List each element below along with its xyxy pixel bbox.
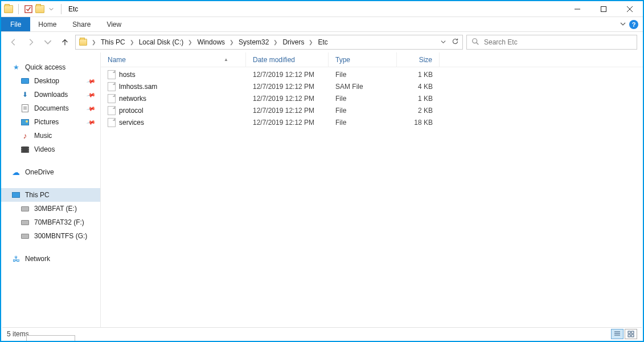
- sort-indicator-icon: ▲: [224, 57, 228, 62]
- file-row[interactable]: protocol12/7/2019 12:12 PMFile2 KB: [101, 104, 643, 116]
- sidebar-item-videos[interactable]: Videos: [1, 142, 100, 156]
- chevron-right-icon[interactable]: ❯: [89, 39, 99, 45]
- pictures-icon: [20, 117, 30, 127]
- sidebar-drive[interactable]: 300MBNTFS (G:): [1, 229, 100, 243]
- properties-icon[interactable]: [23, 4, 34, 14]
- sidebar-label: Quick access: [25, 63, 65, 71]
- file-name: networks: [119, 95, 146, 103]
- file-row[interactable]: services12/7/2019 12:12 PMFile18 KB: [101, 116, 643, 128]
- sidebar-item-music[interactable]: ♪ Music: [1, 129, 100, 142]
- back-button[interactable]: [7, 35, 20, 49]
- recent-dropdown-icon[interactable]: [41, 35, 55, 49]
- titlebar: Etc: [1, 1, 643, 17]
- sidebar-item-documents[interactable]: Documents 📌: [1, 101, 100, 115]
- folder-icon: [3, 4, 14, 14]
- file-row[interactable]: networks12/7/2019 12:12 PMFile1 KB: [101, 92, 643, 104]
- drive-icon: [20, 231, 30, 241]
- breadcrumb-item[interactable]: Etc: [318, 38, 327, 46]
- file-size: 1 KB: [397, 95, 440, 103]
- qat-dropdown-icon[interactable]: [46, 4, 56, 14]
- column-date[interactable]: Date modified: [246, 52, 329, 67]
- network-icon: 🖧: [11, 254, 20, 263]
- minimize-button[interactable]: [564, 1, 590, 17]
- up-button[interactable]: [58, 35, 72, 49]
- sidebar-item-downloads[interactable]: ⬇ Downloads 📌: [1, 88, 100, 101]
- breadcrumb-item[interactable]: This PC: [101, 38, 125, 46]
- drive-icon: [20, 218, 30, 227]
- file-date: 12/7/2019 12:12 PM: [246, 83, 329, 91]
- sidebar-item-pictures[interactable]: Pictures 📌: [1, 115, 100, 129]
- cloud-icon: ☁: [11, 168, 20, 177]
- forward-button[interactable]: [24, 35, 38, 49]
- file-tab[interactable]: File: [1, 17, 30, 31]
- maximize-button[interactable]: [590, 1, 617, 17]
- file-date: 12/7/2019 12:12 PM: [246, 107, 329, 115]
- ribbon-expand-icon[interactable]: [620, 21, 626, 28]
- address-bar[interactable]: ❯ This PC ❯ Local Disk (C:) ❯ Windows ❯ …: [75, 35, 463, 50]
- breadcrumb-item[interactable]: Local Disk (C:): [139, 38, 184, 46]
- sidebar-label: Videos: [34, 145, 55, 153]
- breadcrumb-item[interactable]: Windows: [197, 38, 225, 46]
- sidebar-drive[interactable]: 70MBFAT32 (F:): [1, 215, 100, 229]
- window-buttons: [564, 1, 643, 17]
- address-dropdown-icon[interactable]: [441, 38, 446, 46]
- refresh-icon[interactable]: [452, 38, 459, 47]
- chevron-right-icon[interactable]: ❯: [271, 39, 280, 45]
- column-type[interactable]: Type: [329, 52, 397, 67]
- videos-icon: [20, 145, 30, 154]
- sidebar-drive[interactable]: 30MBFAT (E:): [1, 202, 100, 215]
- file-list: Name▲ Date modified Type Size hosts12/7/…: [101, 52, 643, 328]
- tooltip-fragment: [26, 335, 75, 341]
- file-date: 12/7/2019 12:12 PM: [246, 119, 329, 127]
- pin-icon: 📌: [87, 117, 96, 127]
- folder-icon: [79, 39, 87, 46]
- navbar: ❯ This PC ❯ Local Disk (C:) ❯ Windows ❯ …: [1, 32, 643, 52]
- help-icon[interactable]: ?: [629, 20, 638, 29]
- close-button[interactable]: [617, 1, 643, 17]
- pin-icon: 📌: [87, 90, 96, 99]
- svg-rect-0: [25, 5, 32, 12]
- file-size: 1 KB: [397, 71, 440, 79]
- file-row[interactable]: hosts12/7/2019 12:12 PMFile1 KB: [101, 68, 643, 80]
- pin-icon: 📌: [87, 104, 96, 113]
- breadcrumb-item[interactable]: Drivers: [282, 38, 304, 46]
- details-view-button[interactable]: [611, 329, 624, 339]
- svg-line-6: [477, 42, 479, 44]
- svg-rect-2: [601, 6, 606, 11]
- chevron-right-icon[interactable]: ❯: [227, 39, 236, 45]
- chevron-right-icon[interactable]: ❯: [306, 39, 315, 45]
- svg-rect-11: [631, 331, 634, 333]
- search-box[interactable]: [466, 35, 637, 50]
- column-size[interactable]: Size: [397, 52, 440, 67]
- file-size: 4 KB: [397, 83, 440, 91]
- sidebar-onedrive[interactable]: ☁ OneDrive: [1, 165, 100, 179]
- thumbnails-view-button[interactable]: [625, 329, 637, 339]
- sidebar-label: This PC: [25, 191, 50, 199]
- sidebar-network[interactable]: 🖧 Network: [1, 252, 100, 266]
- file-date: 12/7/2019 12:12 PM: [246, 95, 329, 103]
- search-input[interactable]: [484, 38, 632, 46]
- new-folder-icon[interactable]: [35, 4, 45, 14]
- file-date: 12/7/2019 12:12 PM: [246, 71, 329, 79]
- column-label: Name: [108, 56, 126, 64]
- svg-rect-12: [628, 335, 630, 337]
- music-icon: ♪: [20, 131, 30, 140]
- chevron-right-icon[interactable]: ❯: [128, 39, 137, 45]
- tab-share[interactable]: Share: [64, 17, 99, 31]
- sidebar-this-pc[interactable]: This PC: [1, 188, 100, 202]
- file-type: File: [329, 107, 397, 115]
- breadcrumb-item[interactable]: System32: [239, 38, 269, 46]
- search-icon: [471, 38, 479, 47]
- column-name[interactable]: Name▲: [101, 52, 246, 67]
- pin-icon: 📌: [87, 76, 96, 85]
- tab-home[interactable]: Home: [30, 17, 64, 31]
- sidebar-label: Music: [34, 132, 52, 140]
- file-row[interactable]: lmhosts.sam12/7/2019 12:12 PMSAM File4 K…: [101, 80, 643, 92]
- chevron-right-icon[interactable]: ❯: [186, 39, 195, 45]
- sidebar-quick-access[interactable]: ★ Quick access: [1, 60, 100, 74]
- file-name: services: [119, 119, 144, 127]
- file-size: 18 KB: [397, 119, 440, 127]
- sidebar-item-desktop[interactable]: Desktop 📌: [1, 74, 100, 88]
- svg-rect-10: [628, 331, 630, 333]
- tab-view[interactable]: View: [99, 17, 129, 31]
